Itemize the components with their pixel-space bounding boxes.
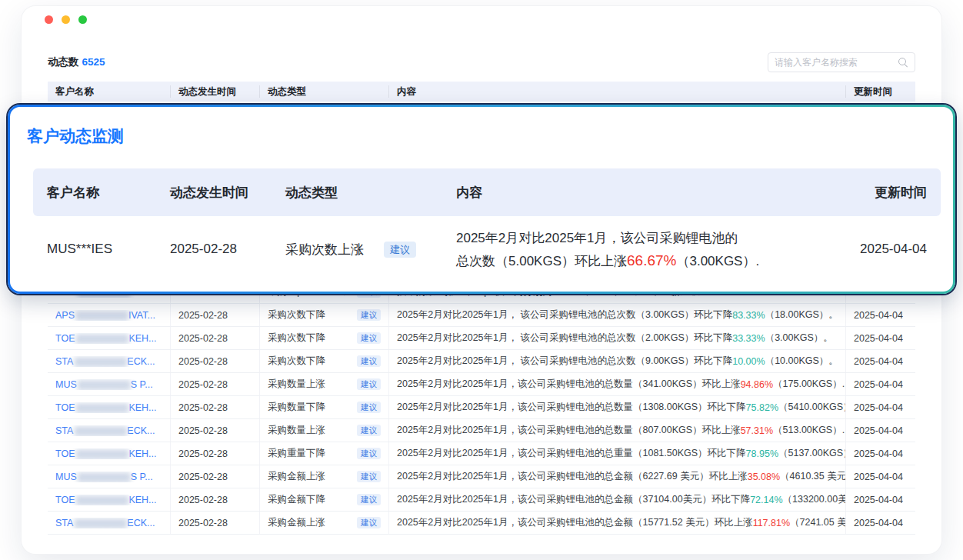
customer-name-link[interactable]: MUS██████████S P... [55,472,153,482]
customer-name-link[interactable]: STA██████████ECK... [55,518,155,528]
dynamic-count: 动态数6525 [48,55,105,69]
blurred-name-mask: ██████████ [78,472,130,482]
dynamic-content: 2025年2月对比2025年1月， 该公司采购锂电池的总次数（9.00KGS）环… [389,350,846,372]
event-date: 2025-02-28 [178,379,228,390]
table-row[interactable]: APS██████████IVAT... 2025-02-28 采购次数下降 建… [48,304,915,327]
percent-value: 35.08% [748,472,780,482]
updated-date: 2025-04-04 [854,333,903,344]
blurred-name-mask: ██████████ [75,311,128,320]
customer-name-link[interactable]: MUS██████████S P... [55,379,153,390]
customer-name-link[interactable]: APS██████████IVAT... [55,310,155,321]
suggestion-badge: 建议 [357,309,381,321]
dynamic-content: 2025年2月对比2025年1月，该公司采购锂电池的总数量（341.00KGS）… [389,373,846,395]
table-row[interactable]: MUS██████████S P... 2025-02-28 采购金额上涨 建议… [48,465,915,488]
customer-name-link[interactable]: TOE██████████KEH... [55,495,157,505]
dynamic-type: 采购金额下降 [268,493,325,506]
overlay-dynamic-type: 采购次数上涨 [285,241,364,258]
minimize-window-button[interactable] [62,15,70,24]
table-row[interactable]: TOE██████████KEH... 2025-02-28 采购次数下降 建议… [48,327,915,350]
percent-value: 33.33% [732,333,765,344]
overlay-suggestion-badge: 建议 [384,242,416,258]
suggestion-badge: 建议 [357,355,381,367]
suggestion-badge: 建议 [357,402,381,413]
overlay-highlighted-row[interactable]: MUS***IES 2025-02-28 采购次数上涨 建议 2025年2月对比… [33,216,941,282]
search-icon[interactable] [898,58,908,68]
dynamic-content: 2025年2月对比2025年1月，该公司采购锂电池的总金额（6227.69 美元… [389,465,846,488]
percent-value: 75.82% [746,402,778,413]
table-row[interactable]: TOE██████████KEH... 2025-02-28 采购数量下降 建议… [48,396,915,419]
blurred-name-mask: ██████████ [75,403,128,412]
table-row[interactable]: STA██████████ECK... 2025-02-28 采购金额上涨 建议… [48,512,915,535]
event-date: 2025-02-28 [178,402,228,413]
percent-value: 72.14% [750,495,782,505]
column-header-type: 动态类型 [260,85,389,98]
window-controls [45,15,87,24]
event-date: 2025-02-28 [178,448,228,459]
dynamic-count-label: 动态数 [48,56,79,68]
percent-value: 83.33% [732,310,765,321]
event-date: 2025-02-28 [178,310,228,321]
blurred-name-mask: ██████████ [78,380,130,389]
blurred-name-mask: ██████████ [75,495,128,505]
column-header-name: 客户名称 [48,85,171,98]
blurred-name-mask: ██████████ [75,334,128,343]
dynamic-count-value: 6525 [82,56,105,68]
overlay-customer-name: MUS***IES [33,242,156,257]
table-row[interactable]: STA██████████ECK... 2025-02-28 采购数量上涨 建议… [48,419,915,442]
updated-date: 2025-04-04 [854,356,903,367]
customer-dynamics-monitor-card: 客户动态监测 客户名称 动态发生时间 动态类型 内容 更新时间 MUS***IE… [8,105,955,294]
percent-value: 78.95% [746,448,778,459]
percent-value: 10.00% [732,356,765,367]
blurred-name-mask: ██████████ [74,357,126,366]
table-row[interactable]: MUS██████████S P... 2025-02-28 采购数量上涨 建议… [48,373,915,396]
dynamic-content: 2025年2月对比2025年1月， 该公司采购锂电池的总次数（2.00KGS）环… [389,327,846,349]
updated-date: 2025-04-04 [854,495,903,505]
updated-date: 2025-04-04 [854,379,903,390]
overlay-column-name: 客户名称 [33,184,156,202]
updated-date: 2025-04-04 [854,310,903,321]
updated-date: 2025-04-04 [854,425,903,436]
maximize-window-button[interactable] [78,15,87,24]
suggestion-badge: 建议 [357,425,381,436]
customer-name-link[interactable]: STA██████████ECK... [55,425,155,436]
overlay-updated-date: 2025-04-04 [839,242,941,257]
close-window-button[interactable] [45,15,53,24]
overlay-percent-value: 66.67% [627,252,676,268]
customer-search [768,52,915,72]
dynamic-type: 采购次数下降 [268,332,325,345]
column-header-updated: 更新时间 [846,85,915,98]
customer-search-input[interactable] [775,57,898,68]
dynamic-content: 2025年2月对比2025年1月，该公司采购锂电池的总金额（15771.52 美… [389,512,846,534]
suggestion-badge: 建议 [357,494,381,505]
overlay-column-content: 内容 [442,184,839,202]
customer-name-link[interactable]: TOE██████████KEH... [55,333,157,344]
table-row[interactable]: TOE██████████KEH... 2025-02-28 采购金额下降 建议… [48,488,915,512]
updated-date: 2025-04-04 [854,448,903,459]
customer-name-link[interactable]: STA██████████ECK... [55,356,155,367]
table-row[interactable]: STA██████████ECK... 2025-02-28 采购次数下降 建议… [48,350,915,373]
event-date: 2025-02-28 [178,518,228,528]
dynamic-type: 采购数量下降 [268,401,325,414]
event-date: 2025-02-28 [178,333,228,344]
percent-value: 57.31% [741,425,773,436]
suggestion-badge: 建议 [357,448,381,459]
event-date: 2025-02-28 [178,425,228,436]
dynamic-type: 采购重量下降 [268,447,325,460]
overlay-dynamic-content: 2025年2月对比2025年1月，该公司采购锂电池的 总次数（5.00KGS）环… [442,227,839,272]
percent-value: 117.81% [753,518,790,528]
overlay-table-header: 客户名称 动态发生时间 动态类型 内容 更新时间 [33,168,941,216]
customer-name-link[interactable]: TOE██████████KEH... [55,402,157,413]
dynamic-type: 采购数量上涨 [268,424,325,437]
dynamic-type: 采购数量上涨 [268,378,325,391]
table-row[interactable]: TOE██████████KEH... 2025-02-28 采购重量下降 建议… [48,442,915,465]
updated-date: 2025-04-04 [854,472,903,482]
overlay-column-date: 动态发生时间 [156,184,272,202]
suggestion-badge: 建议 [357,517,381,528]
dynamic-content: 2025年2月对比2025年1月，该公司采购锂电池的总重量（1081.50KGS… [389,442,846,465]
customer-name-link[interactable]: TOE██████████KEH... [55,448,157,459]
dynamic-content: 2025年2月对比2025年1月，该公司采购锂电池的总数量（1308.00KGS… [389,396,846,418]
dynamic-type: 采购次数下降 [268,308,325,322]
blurred-name-mask: ██████████ [74,426,126,435]
overlay-column-type: 动态类型 [272,184,442,202]
suggestion-badge: 建议 [357,471,381,482]
